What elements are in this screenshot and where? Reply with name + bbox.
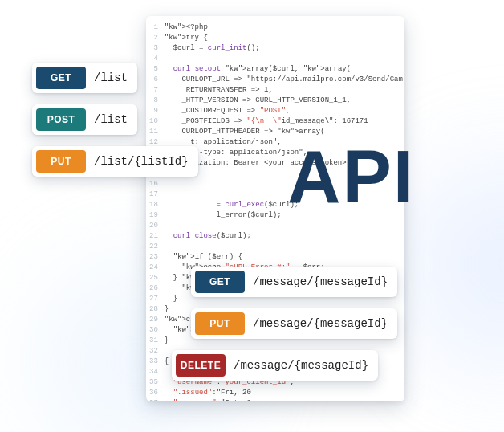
endpoint-path: /list <box>94 113 128 126</box>
endpoint-pill: DELETE /message/{messageId} <box>172 350 378 381</box>
endpoint-pill: PUT /list/{listId} <box>32 146 198 177</box>
endpoint-pill: POST /list <box>32 104 137 135</box>
endpoint-pill: PUT /message/{messageId} <box>191 308 397 339</box>
method-badge-post: POST <box>36 108 86 131</box>
stage: 1 2 3 4 5 6 7 8 9 10 11 12 13 14 15 16 1… <box>0 0 504 432</box>
endpoint-path: /list/{listId} <box>94 155 189 168</box>
method-badge-put: PUT <box>36 150 86 173</box>
method-badge-get: GET <box>195 271 245 293</box>
api-heading: API <box>287 135 415 219</box>
endpoint-path: /message/{messageId} <box>234 359 368 372</box>
endpoint-path: /list <box>94 71 128 84</box>
endpoint-path: /message/{messageId} <box>253 275 388 288</box>
method-badge-put: PUT <box>195 312 245 335</box>
endpoint-path: /message/{messageId} <box>253 317 388 330</box>
endpoint-pill: GET /message/{messageId} <box>191 267 397 297</box>
endpoint-pill: GET /list <box>32 63 137 93</box>
method-badge-get: GET <box>36 67 86 89</box>
method-badge-delete: DELETE <box>176 354 226 377</box>
line-gutter: 1 2 3 4 5 6 7 8 9 10 11 12 13 14 15 16 1… <box>149 22 165 401</box>
